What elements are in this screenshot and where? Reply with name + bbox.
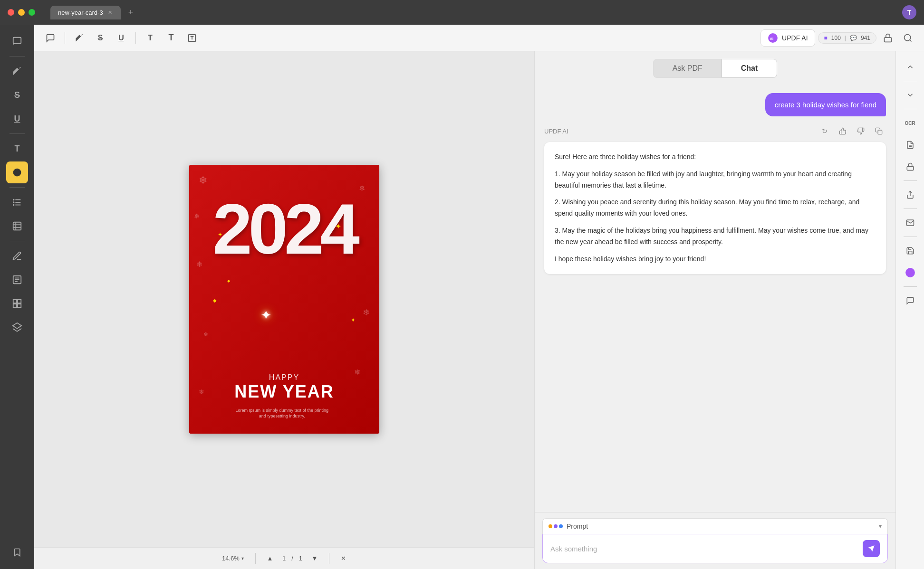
svg-point-5 (13, 202, 14, 203)
right-sidebar: OCR (895, 51, 924, 569)
prompt-dots (549, 524, 563, 528)
svg-rect-14 (13, 304, 17, 307)
chat-input[interactable] (550, 545, 859, 553)
sidebar-item-bookmark[interactable] (6, 541, 28, 563)
right-icon-scroll-down[interactable] (900, 85, 920, 105)
minimize-button[interactable] (18, 9, 25, 16)
sidebar-item-compress-left[interactable] (6, 293, 28, 314)
sidebar-item-active[interactable] (6, 161, 28, 183)
svg-rect-12 (13, 300, 17, 303)
toolbar-highlight-btn[interactable] (71, 29, 88, 47)
toolbar-sep-1 (65, 32, 65, 44)
sidebar-divider-3 (10, 187, 25, 188)
traffic-lights (8, 9, 35, 16)
ai-response-wish1: 1. May your holiday season be filled wit… (555, 169, 876, 191)
app-body: S U T (0, 25, 924, 569)
sidebar-item-layers[interactable] (6, 316, 28, 338)
lorem-text: Lorem Ipsum is simply dummy text of the … (234, 408, 329, 419)
sidebar-item-underline[interactable]: U (6, 108, 28, 130)
toolbar-strikethrough-btn[interactable]: S (92, 29, 109, 47)
prompt-dot-1 (549, 524, 552, 528)
svg-marker-16 (13, 323, 21, 329)
thumbdown-button[interactable] (854, 124, 868, 138)
toolbar-textbox-btn[interactable] (183, 29, 201, 47)
svg-rect-22 (878, 130, 882, 134)
right-icon-scroll-up[interactable] (900, 57, 920, 77)
svg-point-27 (905, 268, 915, 277)
prompt-chevron-icon: ▾ (879, 523, 882, 530)
tab-add-button[interactable]: + (125, 6, 137, 19)
toolbar-search-btn[interactable] (899, 29, 916, 47)
chat-input-area (542, 534, 888, 563)
prompt-selector[interactable]: Prompt ▾ (542, 518, 888, 534)
user-message: create 3 holiday wishes for fiend (765, 93, 886, 116)
avatar[interactable]: T (902, 5, 916, 19)
right-icon-share[interactable] (900, 185, 920, 205)
updf-ai-label: UPDF AI (782, 34, 808, 42)
page-up-button[interactable]: ▲ (263, 552, 277, 565)
right-icon-ai-right[interactable] (900, 263, 920, 283)
page-current: 1 (282, 555, 286, 562)
toolbar-underline-btn[interactable]: U (113, 29, 130, 47)
prompt-dot-3 (559, 524, 563, 528)
svg-text:AI: AI (770, 36, 773, 40)
bottom-sep (255, 553, 256, 564)
sidebar-item-edit[interactable] (6, 245, 28, 267)
right-divider-5 (904, 237, 917, 237)
right-divider-3 (904, 180, 917, 181)
page-close-button[interactable]: ✕ (337, 552, 350, 565)
sidebar-divider-4 (10, 241, 25, 241)
zoom-display[interactable]: 14.6% ▾ (218, 553, 248, 564)
ai-messages[interactable]: create 3 holiday wishes for fiend UPDF A… (535, 85, 895, 512)
prompt-dot-2 (554, 524, 558, 528)
thumbup-button[interactable] (836, 124, 850, 138)
svg-rect-0 (13, 38, 21, 44)
close-button[interactable] (8, 9, 14, 16)
ai-panel-header: Ask PDF Chat (535, 51, 895, 85)
refresh-button[interactable]: ↻ (818, 124, 832, 138)
toolbar-textbold-btn[interactable]: T (163, 29, 180, 47)
right-icon-doc[interactable] (900, 135, 920, 155)
sidebar-item-highlight[interactable] (6, 60, 28, 82)
tab-bar: new-year-card-3 ✕ + (50, 6, 896, 19)
toolbar-text-btn[interactable]: T (142, 29, 159, 47)
svg-rect-7 (13, 222, 21, 230)
page-separator: / (291, 555, 293, 562)
sidebar-item-ocr-left[interactable] (6, 269, 28, 291)
send-button[interactable] (863, 540, 880, 557)
pdf-page: ❄ ❄ ❄ ❄ ❄ ❄ ❄ ❄ ❄ 2024 (189, 165, 379, 434)
ai-message-bubble: Sure! Here are three holiday wishes for … (544, 142, 886, 274)
copy-button[interactable] (872, 124, 886, 138)
tab-close-icon[interactable]: ✕ (107, 9, 113, 17)
ai-response-wish2: 2. Wishing you peace and serenity during… (555, 197, 876, 219)
svg-point-21 (905, 34, 911, 40)
happy-text: HAPPY (234, 373, 334, 382)
page-down-button[interactable]: ▼ (308, 552, 321, 565)
right-divider-4 (904, 209, 917, 209)
toolbar-comment-btn[interactable] (42, 29, 59, 47)
sidebar-item-comment[interactable] (6, 30, 28, 52)
tab-label: new-year-card-3 (58, 9, 103, 16)
ai-label: UPDF AI (544, 128, 568, 135)
svg-rect-13 (18, 300, 21, 303)
right-icon-save[interactable] (900, 241, 920, 261)
right-icon-envelope[interactable] (900, 213, 920, 233)
sidebar-item-strikethrough[interactable]: S (6, 84, 28, 106)
tab-ask-pdf[interactable]: Ask PDF (653, 59, 722, 78)
right-divider-1 (904, 81, 917, 81)
right-icon-chat[interactable] (900, 291, 920, 311)
updf-ai-button[interactable]: AI UPDF AI (760, 29, 815, 47)
sidebar-item-list[interactable] (6, 191, 28, 213)
right-icon-ocr[interactable]: OCR (900, 113, 920, 133)
tab-item[interactable]: new-year-card-3 ✕ (50, 6, 121, 19)
token-badge: ■ 100 | 💬 941 (818, 32, 876, 44)
sidebar-item-table[interactable] (6, 215, 28, 237)
toolbar-lock-btn[interactable] (879, 29, 896, 47)
right-icon-lock[interactable] (900, 157, 920, 177)
tab-chat[interactable]: Chat (722, 59, 778, 78)
maximize-button[interactable] (29, 9, 35, 16)
sidebar-item-textcolor[interactable]: T (6, 138, 28, 160)
token-count: 100 (831, 35, 841, 41)
pdf-content: ❄ ❄ ❄ ❄ ❄ ❄ ❄ ❄ ❄ 2024 (34, 51, 534, 547)
sidebar-divider-2 (10, 133, 25, 134)
